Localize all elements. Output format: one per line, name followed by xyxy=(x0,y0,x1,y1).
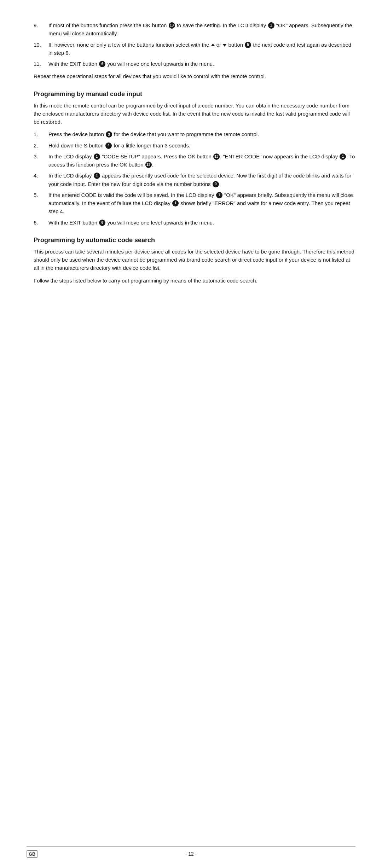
icon-13b: 13 xyxy=(145,162,152,168)
section1-list: 1. Press the device button 3 for the dev… xyxy=(34,130,355,227)
icon-1b: 1 xyxy=(340,153,346,160)
footer-divider xyxy=(27,846,355,847)
list-item-11: 11. With the EXIT button 6 you will move… xyxy=(34,60,355,68)
s1-list-item-1: 1. Press the device button 3 for the dev… xyxy=(34,130,355,138)
icon-6: 6 xyxy=(99,61,105,67)
icon-5: 5 xyxy=(245,42,251,48)
s1-list-item-5: 5. If the entered CODE is valid the code… xyxy=(34,191,355,216)
arrow-down-icon xyxy=(223,44,226,47)
arrow-up-icon xyxy=(211,43,215,46)
s1-list-item-6: 6. With the EXIT button 6 you will move … xyxy=(34,219,355,227)
s1-list-item-4: 4. In the LCD display 1 appears the pres… xyxy=(34,171,355,188)
footer: GB - 12 - xyxy=(27,851,355,857)
footer-page-number: - 12 - xyxy=(185,851,197,857)
icon-13a: 13 xyxy=(213,153,220,160)
list-item-9: 9. If most of the buttons function press… xyxy=(34,21,355,38)
icon-1e: 1 xyxy=(172,200,179,206)
section2-para2: Follow the steps listed below to carry o… xyxy=(34,276,355,285)
section1-intro: In this mode the remote control can be p… xyxy=(34,101,355,126)
section2-para1: This process can take several minutes pe… xyxy=(34,247,355,272)
icon-1d: 1 xyxy=(216,192,222,198)
list-item-10: 10. If, however, none or only a few of t… xyxy=(34,41,355,57)
icon-1a: 1 xyxy=(94,153,100,160)
s1-list-item-2: 2. Hold down the S button 4 for a little… xyxy=(34,141,355,150)
icon-1: 1 xyxy=(268,22,274,29)
icon-9: 9 xyxy=(213,181,219,187)
section2-heading: Programming by automatic code search xyxy=(34,237,355,244)
page: 9. If most of the buttons function press… xyxy=(0,0,382,868)
icon-1c: 1 xyxy=(94,173,100,179)
footer-gb-label: GB xyxy=(27,850,38,858)
s1-list-item-3: 3. In the LCD display 1 "CODE SETUP" app… xyxy=(34,152,355,169)
intro-list: 9. If most of the buttons function press… xyxy=(34,21,355,68)
section1-heading: Programming by manual code input xyxy=(34,91,355,98)
icon-6b: 6 xyxy=(99,220,105,226)
icon-4: 4 xyxy=(105,142,112,149)
icon-13: 13 xyxy=(169,22,175,29)
icon-3: 3 xyxy=(106,131,112,138)
repeat-text: Repeat these operational steps for all d… xyxy=(34,72,355,80)
